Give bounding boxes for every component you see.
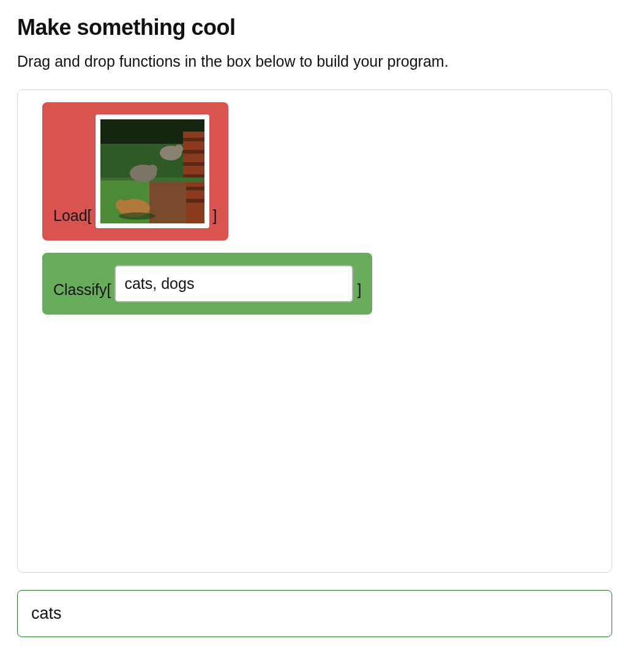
svg-rect-5 <box>183 162 204 166</box>
load-block[interactable]: Load[ <box>42 102 228 241</box>
classify-block-label-open: Classify[ <box>53 281 111 302</box>
cats-photo-icon <box>100 119 204 223</box>
svg-point-17 <box>116 200 127 211</box>
classify-block-label-close: ] <box>357 281 361 302</box>
page-subtitle: Drag and drop functions in the box below… <box>17 51 616 72</box>
result-output: cats <box>17 590 612 637</box>
page-title: Make something cool <box>17 15 616 40</box>
svg-rect-8 <box>183 199 204 203</box>
svg-point-18 <box>119 212 155 220</box>
svg-rect-4 <box>183 150 204 154</box>
classify-block[interactable]: Classify[ ] <box>42 253 372 315</box>
loaded-image-thumbnail[interactable] <box>96 114 209 228</box>
svg-rect-7 <box>183 187 204 190</box>
load-block-label-open: Load[ <box>53 207 92 228</box>
load-block-label-close: ] <box>213 207 217 228</box>
svg-rect-3 <box>183 138 204 141</box>
program-builder-dropzone[interactable]: Load[ <box>17 89 612 573</box>
svg-point-13 <box>174 144 183 153</box>
classify-labels-input[interactable] <box>114 265 353 302</box>
svg-point-15 <box>148 165 157 174</box>
